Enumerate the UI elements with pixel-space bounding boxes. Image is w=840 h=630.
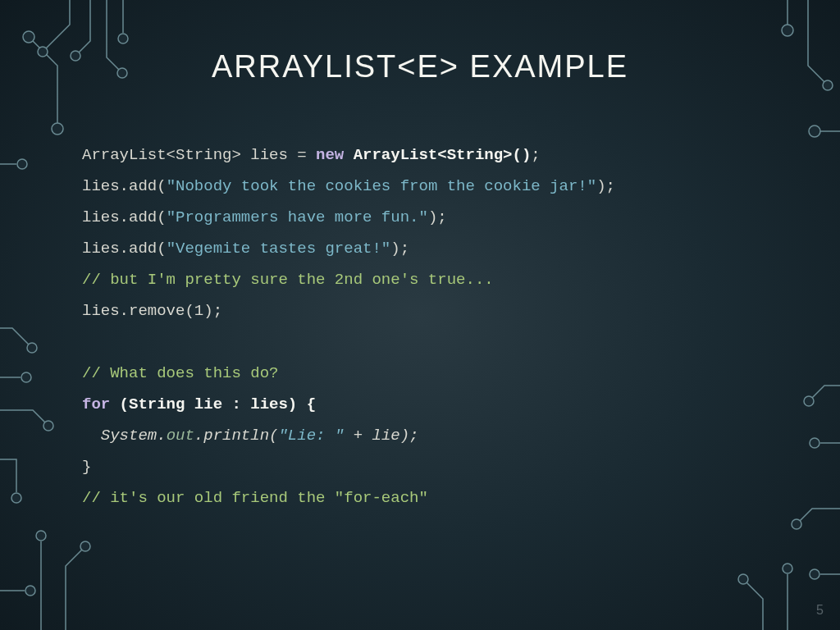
string-literal: "Programmers have more fun." [167,208,428,226]
code-text: ArrayList<String>() [354,146,532,164]
svg-point-19 [792,519,801,529]
svg-point-6 [17,159,27,169]
svg-point-21 [738,574,748,584]
svg-point-12 [80,541,90,551]
svg-point-1 [52,123,63,135]
code-text: lies.remove(1); [82,302,222,320]
comment: // What does this do? [82,364,278,382]
page-number: 5 [816,603,824,618]
svg-point-9 [43,421,53,431]
string-literal: "Nobody took the cookies from the cookie… [167,177,597,195]
code-text: } [82,458,91,476]
svg-point-18 [810,438,819,448]
svg-point-0 [23,31,34,43]
svg-point-11 [36,531,46,541]
svg-point-5 [118,34,128,43]
string-literal: "Lie: " [278,427,353,445]
svg-point-7 [27,343,37,353]
keyword-for: for [82,395,120,413]
svg-point-8 [21,372,31,382]
code-text: lies.add( [82,240,167,258]
code-text: ArrayList<String> lies = [82,146,316,164]
code-block: ArrayList<String> lies = new ArrayList<S… [82,139,779,514]
code-text: lies.add( [82,208,167,226]
code-text: + lie); [354,427,419,445]
svg-point-10 [11,493,21,503]
code-text: .println( [194,427,279,445]
svg-point-16 [809,126,820,137]
svg-point-20 [783,564,792,573]
code-text: System. [82,427,167,445]
svg-point-14 [782,25,793,36]
code-text: ); [596,177,615,195]
comment: // it's our old friend the "for-each" [82,489,428,507]
svg-point-22 [810,569,819,579]
code-text: ; [531,146,540,164]
comment: // but I'm pretty sure the 2nd one's tru… [82,271,494,289]
code-text: (String lie : lies) { [120,395,316,413]
svg-point-17 [804,396,814,406]
svg-point-13 [25,586,35,596]
string-literal: "Vegemite tastes great!" [167,240,391,258]
slide-title: ARRAYLIST<E> EXAMPLE [0,49,840,84]
code-text: ); [390,240,409,258]
keyword-new: new [316,146,354,164]
code-text: lies.add( [82,177,167,195]
code-text: ); [428,208,447,226]
field-out: out [167,427,194,445]
